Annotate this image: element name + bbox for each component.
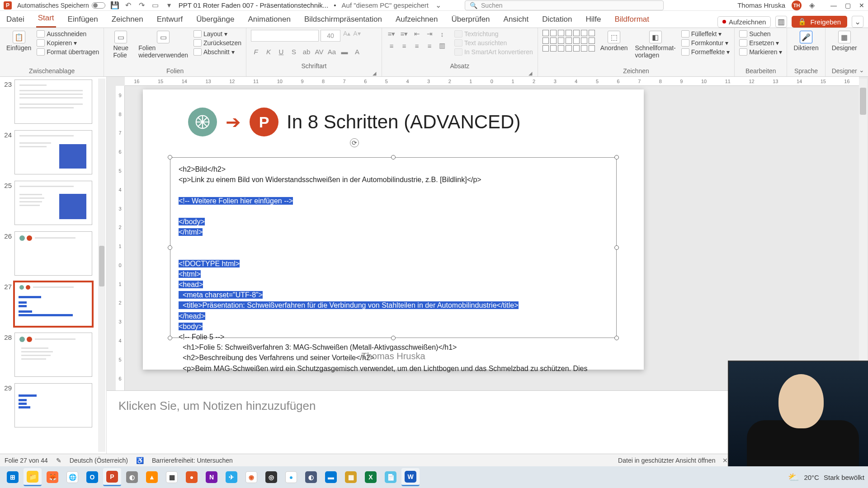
qat-dropdown-icon[interactable]: ▾ — [165, 1, 173, 9]
taskbar-app-1[interactable]: ◐ — [123, 468, 141, 486]
text-direction-button[interactable]: Textrichtung — [454, 30, 533, 38]
taskbar-notepad[interactable]: 📄 — [382, 468, 400, 486]
columns-button[interactable]: ▥ — [437, 42, 447, 50]
taskbar-explorer[interactable]: 📁 — [24, 468, 42, 486]
shape-effects-button[interactable]: Formeffekte▾ — [681, 48, 730, 56]
accessibility-check[interactable]: Barrierefreiheit: Untersuchen — [152, 457, 233, 464]
layout-button[interactable]: Layout▾ — [193, 30, 241, 38]
maximize-button[interactable]: ▢ — [845, 2, 851, 9]
italic-button[interactable]: K — [264, 48, 274, 56]
tab-dictation[interactable]: Dictation — [540, 12, 574, 28]
taskbar-vlc[interactable]: ▲ — [143, 468, 161, 486]
share-button[interactable]: 🔒Freigeben — [792, 16, 847, 28]
shadow-button[interactable]: ab — [302, 48, 311, 56]
taskbar-powerpoint[interactable]: P — [103, 468, 121, 486]
spacing-button[interactable]: AV — [314, 48, 324, 56]
tab-zeichnen[interactable]: Zeichnen — [110, 12, 145, 28]
para-dialog-launcher[interactable]: ◢ — [387, 70, 533, 76]
tab-bildschirm[interactable]: Bildschirmpräsentation — [302, 12, 384, 28]
search-input[interactable]: 🔍 Suchen — [465, 0, 664, 10]
tab-entwurf[interactable]: Entwurf — [155, 12, 185, 28]
slide-counter[interactable]: Folie 27 von 44 — [5, 457, 48, 464]
present-mode-button[interactable]: ▥ — [775, 16, 787, 28]
section-button[interactable]: Abschnitt▾ — [193, 48, 241, 56]
taskbar-app-3[interactable]: ● — [183, 468, 201, 486]
bullets-button[interactable]: ≡▾ — [387, 30, 396, 38]
scrollbar-thumb[interactable] — [860, 88, 866, 115]
slide-canvas[interactable]: ➔ P In 8 Schritten (ADVANCED) ⟳ <h2>Bild… — [143, 89, 644, 370]
taskbar-chrome[interactable]: 🌐 — [63, 468, 81, 486]
align-right-button[interactable]: ≡ — [412, 42, 422, 50]
find-button[interactable]: Suchen — [739, 30, 782, 38]
line-spacing-button[interactable]: ↕ — [437, 30, 447, 38]
new-slide-button[interactable]: ▭Neue Folie — [108, 30, 133, 60]
indent-inc-button[interactable]: ⇥ — [425, 30, 434, 38]
decrease-font-icon[interactable]: A▾ — [353, 30, 360, 42]
arrange-button[interactable]: ⬚Anordnen — [599, 30, 630, 52]
resize-handle[interactable] — [391, 155, 396, 160]
taskbar-app-2[interactable]: ▦ — [163, 468, 181, 486]
close-button[interactable]: ✕ — [859, 2, 864, 9]
align-center-button[interactable]: ≡ — [399, 42, 409, 50]
shape-outline-button[interactable]: Formkontur▾ — [681, 39, 730, 47]
undo-icon[interactable]: ↶ — [124, 1, 132, 9]
font-color-button[interactable]: A — [352, 48, 362, 56]
taskbar-app-4[interactable]: ◉ — [242, 468, 260, 486]
cut-button[interactable]: Ausschneiden — [37, 30, 99, 38]
taskbar-obs[interactable]: ◎ — [262, 468, 280, 486]
record-button[interactable]: Aufzeichnen — [717, 16, 771, 28]
start-button[interactable]: ⊞ — [4, 468, 22, 486]
tab-animationen[interactable]: Animationen — [246, 12, 292, 28]
resize-handle[interactable] — [614, 155, 619, 160]
case-button[interactable]: Aa — [327, 48, 337, 56]
scrollbar-thumb[interactable] — [99, 246, 104, 286]
reuse-slides-button[interactable]: ▭Folien wiederverwenden — [137, 30, 190, 60]
resize-handle[interactable] — [614, 245, 619, 250]
justify-button[interactable]: ≡ — [425, 42, 434, 50]
autosave-toggle[interactable]: Automatisches Speichern — [17, 2, 105, 9]
taskbar-app-5[interactable]: ● — [282, 468, 300, 486]
weather-icon[interactable]: ⛅ — [788, 472, 799, 483]
spellcheck-icon[interactable]: ✎ — [56, 457, 61, 464]
tab-uebergaenge[interactable]: Übergänge — [194, 12, 236, 28]
user-name[interactable]: Thomas Hruska — [737, 1, 785, 9]
slide-thumbnail-26[interactable] — [14, 231, 92, 276]
thumbnail-scrollbar[interactable] — [98, 79, 105, 452]
resize-handle[interactable] — [391, 336, 396, 340]
slide-thumbnail-25[interactable] — [14, 181, 92, 225]
reset-button[interactable]: Zurücksetzen — [193, 39, 241, 47]
increase-font-icon[interactable]: A▴ — [343, 30, 350, 42]
format-painter-button[interactable]: Format übertragen — [37, 48, 99, 56]
weather-text[interactable]: Stark bewölkt — [824, 474, 864, 481]
user-avatar[interactable]: TH — [792, 0, 802, 10]
numbering-button[interactable]: ≡▾ — [399, 30, 409, 38]
slide-thumbnail-27-selected[interactable] — [14, 282, 92, 326]
taskbar-app-8[interactable]: ▦ — [342, 468, 360, 486]
tab-aufzeichnen[interactable]: Aufzeichnen — [394, 12, 440, 28]
taskbar-onenote[interactable]: N — [203, 468, 221, 486]
smartart-button[interactable]: In SmartArt konvertieren — [454, 48, 533, 56]
resize-handle[interactable] — [168, 336, 172, 340]
tab-start[interactable]: Start — [36, 11, 56, 28]
quick-styles-button[interactable]: ◧Schnellformat- vorlagen — [633, 30, 677, 60]
language-indicator[interactable]: Deutsch (Österreich) — [70, 457, 128, 464]
align-left-button[interactable]: ≡ — [387, 42, 396, 50]
thumbnail-panel[interactable]: 23 24 25 26 27 — [0, 77, 107, 454]
taskbar-telegram[interactable]: ✈ — [222, 468, 241, 486]
underline-button[interactable]: U — [276, 48, 286, 56]
resize-handle[interactable] — [168, 155, 172, 160]
font-dialog-launcher[interactable]: ◢ — [251, 70, 377, 76]
font-family-select[interactable] — [251, 30, 319, 42]
slide-title[interactable]: In 8 Schritten (ADVANCED) — [287, 111, 520, 133]
slide-thumbnail-29[interactable] — [14, 383, 92, 427]
paste-button[interactable]: 📋Einfügen — [5, 30, 33, 52]
bold-button[interactable]: F — [251, 48, 261, 56]
rotate-handle-icon[interactable]: ⟳ — [350, 138, 359, 147]
slide-thumbnail-24[interactable] — [14, 130, 92, 174]
comments-button[interactable]: ⌄ — [852, 16, 863, 28]
taskbar-outlook[interactable]: O — [83, 468, 101, 486]
replace-button[interactable]: Ersetzen▾ — [739, 39, 782, 47]
resize-handle[interactable] — [168, 245, 172, 250]
selected-textbox[interactable]: <h2>Bild</h2> <p>Link zu einem Bild von … — [170, 157, 617, 338]
redo-icon[interactable]: ↷ — [138, 1, 146, 9]
